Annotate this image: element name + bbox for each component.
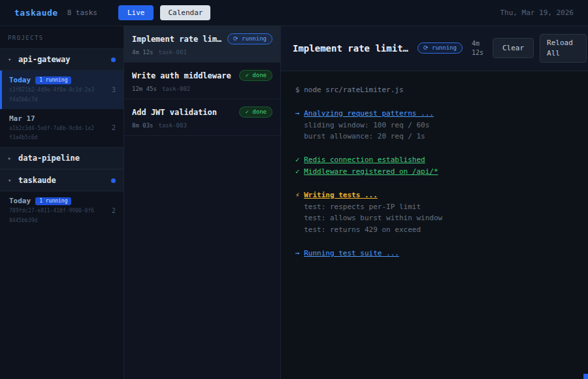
- console-line-text: test: returns 429 on exceed: [295, 225, 421, 234]
- console-line-text: Redis connection established: [304, 156, 425, 164]
- task-id: task-003: [159, 122, 187, 129]
- task-top-row: Write auth middleware ✓ done: [132, 70, 272, 81]
- console-line: [295, 96, 574, 108]
- session-item[interactable]: Mar 17 a1b2c3d4-5e6f-7a8b-9c0d-1e2 f3a4b…: [0, 109, 123, 148]
- console-line-marker: ✓: [295, 156, 304, 164]
- task-list: Implement rate lim… ⟳ running 4m 12stask…: [124, 26, 281, 379]
- task-id: task-002: [162, 86, 190, 92]
- console-line: burst allowance: 20 req / 1s: [295, 131, 574, 142]
- console-line-marker: →: [295, 109, 304, 118]
- main-area: PROJECTS ▾ api-gateway Today 1 running c…: [0, 26, 588, 379]
- task-time: 8m 03s: [132, 122, 154, 129]
- session-label: Mar 17: [9, 114, 35, 123]
- console-line-text: Running test suite ...: [304, 249, 399, 257]
- top-bar: taskaude 8 tasks Live Calendar Thu, Mar …: [0, 0, 588, 26]
- scroll-indicator: [583, 374, 588, 379]
- project-row[interactable]: ▾ api-gateway: [0, 48, 123, 71]
- session-hash-line2: f3a4b5c6d: [9, 135, 108, 142]
- task-meta: 12m 45stask-002: [132, 86, 272, 92]
- console-line: [295, 236, 574, 248]
- console-line: → Analyzing request patterns ...: [295, 108, 574, 120]
- task-count: 8 tasks: [67, 8, 97, 17]
- console-line: sliding window: 100 req / 60s: [295, 120, 574, 131]
- session-hash-line2: f4a5b6c7d: [9, 97, 108, 104]
- detail-elapsed-time: 4m 12s: [472, 39, 483, 57]
- project-name: data-pipeline: [18, 154, 80, 163]
- task-time: 12m 45s: [132, 86, 157, 92]
- live-tab-button[interactable]: Live: [118, 5, 154, 20]
- console-line: [295, 178, 574, 190]
- console-line: test: returns 429 on exceed: [295, 224, 574, 236]
- project-caret-icon: ▾: [8, 177, 14, 184]
- console-line: test: respects per-IP limit: [295, 201, 574, 213]
- task-list-item[interactable]: Add JWT validation ✓ done 8m 03stask-003: [124, 99, 280, 136]
- session-hash-line1: c3f821b2-4d9e-4f0a-8c1d-2e3: [9, 87, 108, 94]
- calendar-tab-button[interactable]: Calendar: [160, 5, 210, 20]
- project-caret-icon: ▸: [8, 155, 14, 161]
- session-label: Today: [9, 197, 31, 205]
- detail-actions: Clear Reload All: [493, 34, 587, 63]
- task-top-row: Implement rate lim… ⟳ running: [132, 33, 272, 44]
- task-title: Implement rate lim…: [132, 35, 221, 44]
- task-meta: 8m 03stask-003: [132, 122, 272, 129]
- console-line: $ node src/rateLimiter.js: [295, 84, 574, 96]
- console-line: ✓ Middleware registered on /api/*: [295, 166, 574, 178]
- project-name: taskaude: [18, 176, 56, 185]
- session-top-row: Today 1 running: [9, 76, 108, 84]
- console-line-text: test: allows burst within window: [295, 214, 442, 222]
- project-list: ▾ api-gateway Today 1 running c3f821b2-4…: [0, 48, 123, 230]
- session-label: Today: [9, 76, 31, 84]
- console-line-text: Analyzing request patterns ...: [304, 109, 434, 118]
- task-title: Add JWT validation: [132, 108, 217, 117]
- session-info: Mar 17 a1b2c3d4-5e6f-7a8b-9c0d-1e2 f3a4b…: [9, 114, 108, 142]
- session-running-badge: 1 running: [35, 197, 71, 205]
- task-top-row: Add JWT validation ✓ done: [132, 107, 272, 118]
- project-caret-icon: ▾: [8, 56, 14, 63]
- console-line-marker: $: [295, 86, 304, 94]
- console-line-marker: ⚡: [295, 191, 304, 199]
- console-line: ✓ Redis connection established: [295, 154, 574, 166]
- clear-button[interactable]: Clear: [493, 38, 534, 58]
- console-line-text: node src/rateLimiter.js: [304, 86, 403, 94]
- task-time: 4m 12s: [132, 49, 154, 56]
- project-activity-dot: [111, 178, 116, 183]
- session-info: Today 1 running 789fdc27-e811-410f-9900-…: [9, 197, 108, 225]
- task-status-badge: ✓ done: [239, 107, 272, 118]
- console-output: $ node src/rateLimiter.js→ Analyzing req…: [281, 71, 588, 272]
- task-id: task-001: [159, 49, 187, 56]
- app-window: taskaude 8 tasks Live Calendar Thu, Mar …: [0, 0, 588, 379]
- console-line-marker: →: [295, 249, 304, 257]
- task-meta: 4m 12stask-001: [132, 49, 272, 56]
- session-count: 3: [112, 86, 116, 93]
- project-activity-dot: [111, 58, 116, 62]
- session-count: 2: [112, 207, 116, 214]
- session-info: Today 1 running c3f821b2-4d9e-4f0a-8c1d-…: [9, 76, 108, 104]
- console-line-text: sliding window: 100 req / 60s: [295, 121, 429, 129]
- task-list-item[interactable]: Write auth middleware ✓ done 12m 45stask…: [124, 63, 280, 99]
- session-count: 2: [112, 124, 116, 131]
- session-item[interactable]: Today 1 running c3f821b2-4d9e-4f0a-8c1d-…: [0, 71, 123, 109]
- session-top-row: Mar 17: [9, 114, 108, 123]
- session-hash-line2: 8445bb39d: [9, 218, 108, 225]
- project-row[interactable]: ▾ taskaude: [0, 169, 123, 191]
- console-line: → Running test suite ...: [295, 248, 574, 259]
- task-title: Write auth middleware: [132, 71, 231, 80]
- app-logo: taskaude: [14, 8, 58, 18]
- task-list-item[interactable]: Implement rate lim… ⟳ running 4m 12stask…: [124, 26, 280, 63]
- projects-sidebar: PROJECTS ▾ api-gateway Today 1 running c…: [0, 26, 124, 379]
- console-line: [295, 142, 574, 154]
- console-line: ⚡ Writing tests ...: [295, 190, 574, 201]
- task-detail-panel: Implement rate limit… ⟳ running 4m 12s C…: [281, 26, 588, 379]
- sidebar-title: PROJECTS: [0, 26, 123, 48]
- session-top-row: Today 1 running: [9, 197, 108, 205]
- session-running-badge: 1 running: [35, 76, 71, 84]
- project-name: api-gateway: [18, 55, 70, 64]
- console-line-text: Writing tests ...: [304, 191, 378, 199]
- project-row[interactable]: ▸ data-pipeline: [0, 147, 123, 169]
- console-line: test: allows burst within window: [295, 212, 574, 224]
- detail-title: Implement rate limit…: [293, 43, 408, 54]
- detail-status-badge: ⟳ running: [417, 42, 463, 54]
- reload-all-button[interactable]: Reload All: [540, 34, 587, 63]
- session-item[interactable]: Today 1 running 789fdc27-e811-410f-9900-…: [0, 191, 123, 230]
- task-status-badge: ⟳ running: [227, 33, 272, 44]
